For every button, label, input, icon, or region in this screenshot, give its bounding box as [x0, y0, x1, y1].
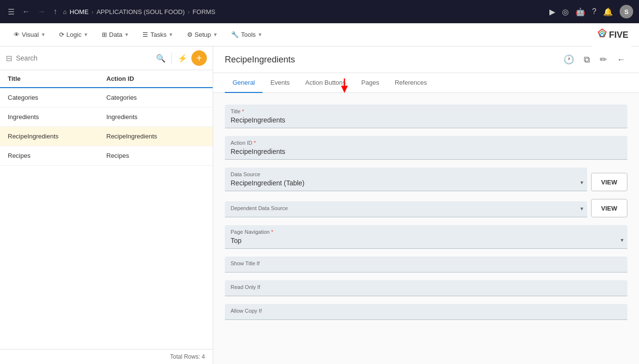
top-right-icons: ▶ ◎ 🤖 ? 🔔 S [549, 5, 633, 18]
home-icon: ⌂ [63, 8, 67, 15]
breadcrumb: ⌂ HOME › APPLICATIONS (SOUL FOOD) › FORM… [63, 8, 545, 15]
title-label: Title * [231, 108, 622, 114]
five-logo: FIVE [592, 23, 631, 46]
top-nav: ☰ ← → ↑ ⌂ HOME › APPLICATIONS (SOUL FOOD… [0, 0, 639, 23]
eye-icon: 👁 [14, 31, 20, 38]
col-action-header: Action ID [107, 75, 205, 82]
history-icon[interactable]: 🕐 [561, 52, 576, 67]
tools-chevron: ▼ [258, 32, 263, 37]
show-title-value[interactable] [231, 267, 622, 269]
copy-icon[interactable]: ⧉ [582, 53, 592, 67]
visual-nav[interactable]: 👁 Visual ▼ [8, 28, 51, 41]
data-chevron: ▼ [125, 32, 129, 37]
data-source-field: Data Source RecipeIngredient (Table) ▾ [225, 167, 587, 191]
visual-label: Visual [22, 31, 39, 38]
setup-label: Setup [195, 31, 211, 38]
logic-icon: ⟳ [59, 31, 64, 38]
read-only-field: Read Only If [225, 280, 627, 296]
data-source-value[interactable]: RecipeIngredient (Table) [231, 178, 581, 188]
allow-copy-field: Allow Copy If [225, 304, 627, 320]
table-footer: Total Rows: 4 [0, 349, 213, 364]
breadcrumb-app[interactable]: APPLICATIONS (SOUL FOOD) [96, 8, 185, 15]
table-row-active[interactable]: RecipeIngredients RecipeIngredients [0, 127, 213, 146]
right-panel: RecipeIngredients 🕐 ⧉ ✏ ← General Events… [213, 46, 639, 364]
search-icon[interactable]: 🔍 [156, 54, 166, 63]
tools-label: Tools [241, 31, 255, 38]
tasks-nav[interactable]: ☰ Tasks ▼ [137, 28, 179, 41]
breadcrumb-forms[interactable]: FORMS [193, 8, 216, 15]
tab-pages[interactable]: Pages [354, 73, 387, 93]
show-title-field: Show Title If [225, 257, 627, 273]
five-logo-svg: FIVE [592, 27, 631, 43]
table-row[interactable]: Recipes Recipes [0, 146, 213, 166]
target-icon[interactable]: ◎ [562, 7, 569, 16]
page-navigation-value[interactable]: Top [231, 236, 622, 245]
tab-general[interactable]: General [225, 73, 263, 93]
logic-nav[interactable]: ⟳ Logic ▼ [53, 28, 94, 41]
setup-chevron: ▼ [213, 32, 218, 37]
read-only-label: Read Only If [231, 284, 622, 290]
forward-icon[interactable]: → [36, 5, 47, 18]
data-source-label: Data Source [231, 171, 581, 177]
dependent-data-source-chevron[interactable]: ▾ [580, 205, 583, 212]
total-rows: Total Rows: 4 [170, 353, 205, 360]
bolt-icon[interactable]: ⚡ [178, 54, 187, 63]
form-actions: 🕐 ⧉ ✏ ← [561, 52, 627, 67]
page-navigation-field: Page Navigation * Top ▾ [225, 225, 627, 249]
robot-icon[interactable]: 🤖 [576, 7, 585, 16]
menu-icon[interactable]: ☰ [6, 5, 16, 18]
row-title: Recipes [8, 152, 107, 159]
left-panel: ⊟ 🔍 ⚡ + Title Action ID Categories Categ… [0, 46, 213, 364]
row-action-id: Ingredients [107, 113, 205, 121]
close-icon[interactable]: ← [615, 53, 627, 67]
form-header: RecipeIngredients 🕐 ⧉ ✏ ← [213, 46, 639, 73]
data-source-row: Data Source RecipeIngredient (Table) ▾ V… [225, 167, 627, 191]
tools-nav[interactable]: 🔧 Tools ▼ [225, 28, 268, 41]
up-icon[interactable]: ↑ [51, 5, 59, 18]
data-label: Data [109, 31, 122, 38]
tab-action-buttons[interactable]: Action Buttons [297, 73, 354, 93]
svg-text:FIVE: FIVE [609, 30, 628, 40]
breadcrumb-sep-1: › [92, 8, 94, 15]
breadcrumb-home[interactable]: HOME [70, 8, 89, 15]
avatar[interactable]: S [620, 5, 633, 18]
tasks-label: Tasks [150, 31, 166, 38]
search-input[interactable] [16, 54, 152, 62]
form-title: RecipeIngredients [225, 55, 561, 65]
grid-icon: ⊞ [102, 31, 107, 38]
dependent-data-source-value[interactable] [231, 212, 581, 214]
allow-copy-value[interactable] [231, 315, 622, 317]
main-container: ⊟ 🔍 ⚡ + Title Action ID Categories Categ… [0, 46, 639, 364]
tab-events[interactable]: Events [263, 73, 297, 93]
setup-nav[interactable]: ⚙ Setup ▼ [181, 28, 224, 41]
back-icon[interactable]: ← [20, 5, 32, 18]
data-nav[interactable]: ⊞ Data ▼ [96, 28, 135, 41]
page-navigation-label: Page Navigation * [231, 229, 622, 235]
title-value[interactable]: RecipeIngredients [231, 115, 622, 125]
table-row[interactable]: Ingredients Ingredients [0, 107, 213, 127]
read-only-value[interactable] [231, 291, 622, 293]
data-source-chevron[interactable]: ▾ [580, 179, 583, 186]
table-row[interactable]: Categories Categories [0, 88, 213, 107]
row-action-id: RecipeIngredients [107, 133, 205, 140]
secondary-nav: 👁 Visual ▼ ⟳ Logic ▼ ⊞ Data ▼ ☰ Tasks ▼ … [0, 23, 639, 46]
action-id-value[interactable]: RecipeIngredients [231, 147, 622, 156]
dependent-data-source-view-button[interactable]: VIEW [591, 199, 627, 217]
search-divider [171, 52, 172, 64]
help-icon[interactable]: ? [592, 7, 596, 16]
page-navigation-chevron[interactable]: ▾ [621, 237, 623, 243]
row-title: RecipeIngredients [8, 133, 107, 140]
logic-label: Logic [66, 31, 81, 38]
logic-chevron: ▼ [83, 32, 88, 37]
table-header: Title Action ID [0, 70, 213, 88]
required-star: * [242, 108, 244, 114]
edit-icon[interactable]: ✏ [598, 52, 609, 67]
svg-marker-2 [600, 33, 604, 36]
add-button[interactable]: + [191, 50, 207, 66]
data-source-view-button[interactable]: VIEW [591, 173, 627, 191]
tab-references[interactable]: References [387, 73, 435, 93]
play-icon[interactable]: ▶ [549, 7, 555, 16]
dependent-data-source-row: Dependent Data Source ▾ VIEW [225, 199, 627, 217]
tasks-icon: ☰ [142, 31, 148, 38]
bell-icon[interactable]: 🔔 [603, 7, 613, 16]
